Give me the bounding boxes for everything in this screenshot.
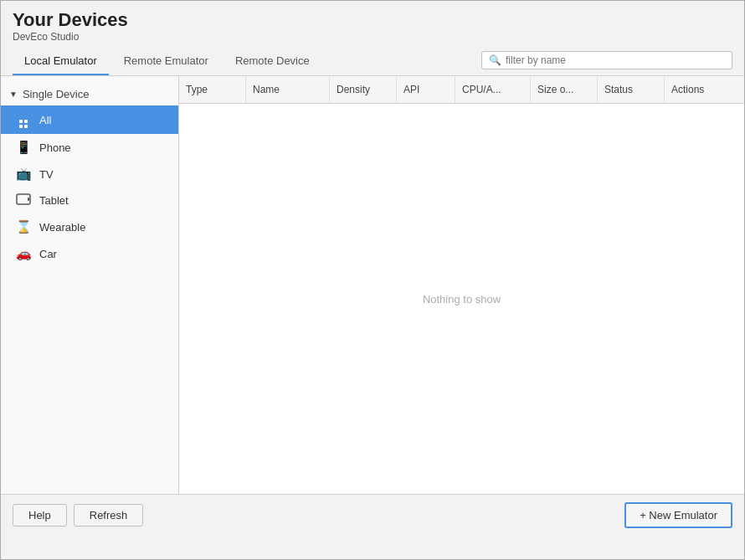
sidebar-item-tv[interactable]: 📺 TV — [1, 161, 178, 188]
sidebar-item-car[interactable]: 🚗 Car — [1, 240, 178, 267]
col-actions: Actions — [665, 76, 732, 103]
collapse-arrow-icon: ▼ — [9, 90, 18, 99]
new-emulator-button[interactable]: + New Emulator — [624, 502, 732, 528]
tablet-icon — [16, 193, 31, 208]
svg-rect-1 — [28, 198, 29, 201]
title-bar: Your Devices DevEco Studio — [1, 1, 744, 44]
table-area: Type Name Density API CPU/A... Size o...… — [179, 76, 744, 494]
sidebar-item-wearable[interactable]: ⌛ Wearable — [1, 213, 178, 240]
sidebar-item-phone[interactable]: 📱 Phone — [1, 134, 178, 161]
tab-local-emulator[interactable]: Local Emulator — [13, 49, 109, 75]
sidebar-type-header: ▼ Single Device — [1, 83, 178, 105]
all-icon — [16, 111, 31, 128]
sidebar-item-tablet[interactable]: Tablet — [1, 188, 178, 213]
col-status: Status — [598, 76, 665, 103]
page-title: Your Devices — [13, 9, 732, 31]
filter-box: 🔍 — [481, 51, 732, 69]
sidebar: ▼ Single Device All 📱 Phone 📺 TV — [1, 76, 179, 494]
bottom-left-buttons: Help Refresh — [13, 504, 143, 527]
tv-icon: 📺 — [16, 167, 31, 182]
car-icon: 🚗 — [16, 246, 31, 261]
bottom-bar: Help Refresh + New Emulator — [1, 494, 744, 536]
wearable-icon: ⌛ — [16, 219, 31, 234]
col-density: Density — [330, 76, 397, 103]
phone-icon: 📱 — [16, 140, 31, 155]
filter-input[interactable] — [506, 54, 725, 66]
help-button[interactable]: Help — [13, 504, 67, 527]
main-content: ▼ Single Device All 📱 Phone 📺 TV — [1, 76, 744, 494]
col-type: Type — [179, 76, 246, 103]
sidebar-item-all[interactable]: All — [1, 105, 178, 134]
refresh-button[interactable]: Refresh — [74, 504, 144, 527]
tab-remote-emulator[interactable]: Remote Emulator — [112, 49, 220, 75]
tab-remote-device[interactable]: Remote Device — [224, 49, 321, 75]
search-icon: 🔍 — [489, 54, 501, 66]
app-subtitle: DevEco Studio — [13, 31, 732, 43]
col-cpu: CPU/A... — [455, 76, 531, 103]
tabs-left: Local Emulator Remote Emulator Remote De… — [13, 49, 325, 75]
tabs-bar: Local Emulator Remote Emulator Remote De… — [1, 44, 744, 76]
table-header: Type Name Density API CPU/A... Size o...… — [179, 76, 744, 104]
col-size: Size o... — [531, 76, 598, 103]
col-name: Name — [246, 76, 330, 103]
col-api: API — [397, 76, 455, 103]
table-empty-message: Nothing to show — [179, 104, 744, 494]
